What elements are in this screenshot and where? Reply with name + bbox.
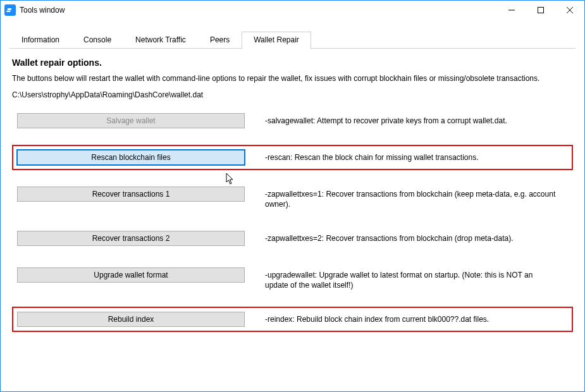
tab-network-traffic[interactable]: Network Traffic xyxy=(123,32,198,49)
upgrade-wallet-button[interactable]: Upgrade wallet format xyxy=(17,267,245,283)
recover-tx2-desc: -zapwallettxes=2: Recover transactions f… xyxy=(265,231,514,243)
rescan-blockchain-button[interactable]: Rescan blockchain files xyxy=(17,150,245,165)
window-controls xyxy=(497,1,584,20)
salvage-wallet-desc: -salvagewallet: Attempt to recover priva… xyxy=(265,113,507,126)
svg-rect-1 xyxy=(538,8,544,13)
wallet-path: C:\Users\strophy\AppData\Roaming\DashCor… xyxy=(12,90,573,99)
repair-options: Salvage wallet -salvagewallet: Attempt t… xyxy=(12,108,573,333)
tab-peers[interactable]: Peers xyxy=(198,32,242,49)
option-row-rescan: Rescan blockchain files -rescan: Rescan … xyxy=(12,145,573,170)
recover-tx1-button[interactable]: Recover transactions 1 xyxy=(17,187,245,202)
maximize-button[interactable] xyxy=(526,1,555,20)
wallet-repair-panel: Wallet repair options. The buttons below… xyxy=(9,49,576,334)
rescan-blockchain-desc: -rescan: Rescan the block chain for miss… xyxy=(265,150,478,162)
rebuild-index-button[interactable]: Rebuild index xyxy=(17,312,245,327)
tab-console[interactable]: Console xyxy=(71,32,123,49)
upgrade-wallet-desc: -upgradewallet: Upgrade wallet to latest… xyxy=(265,267,556,290)
panel-heading: Wallet repair options. xyxy=(12,58,573,68)
window-title: Tools window xyxy=(20,6,497,15)
option-row-recover1: Recover transactions 1 -zapwallettxes=1:… xyxy=(12,181,573,214)
tab-strip: Information Console Network Traffic Peer… xyxy=(9,31,576,49)
recover-tx1-desc: -zapwallettxes=1: Recover transactions f… xyxy=(265,187,556,209)
salvage-wallet-button[interactable]: Salvage wallet xyxy=(17,113,245,128)
panel-description: The buttons below will restart the walle… xyxy=(12,74,573,84)
tab-information[interactable]: Information xyxy=(9,32,71,49)
option-row-salvage: Salvage wallet -salvagewallet: Attempt t… xyxy=(12,108,573,133)
option-row-recover2: Recover transactions 2 -zapwallettxes=2:… xyxy=(12,226,573,251)
option-row-rebuild: Rebuild index -reindex: Rebuild block ch… xyxy=(12,307,573,332)
titlebar: Tools window xyxy=(1,1,584,20)
dash-app-icon xyxy=(4,4,16,16)
minimize-button[interactable] xyxy=(497,1,526,20)
content-area: Information Console Network Traffic Peer… xyxy=(1,20,584,343)
recover-tx2-button[interactable]: Recover transactions 2 xyxy=(17,231,245,246)
rebuild-index-desc: -reindex: Rebuild block chain index from… xyxy=(265,312,489,324)
tools-window: Tools window Information Console Network… xyxy=(0,0,585,392)
close-button[interactable] xyxy=(555,1,584,20)
tab-wallet-repair[interactable]: Wallet Repair xyxy=(242,32,311,49)
option-row-upgrade: Upgrade wallet format -upgradewallet: Up… xyxy=(12,262,573,295)
